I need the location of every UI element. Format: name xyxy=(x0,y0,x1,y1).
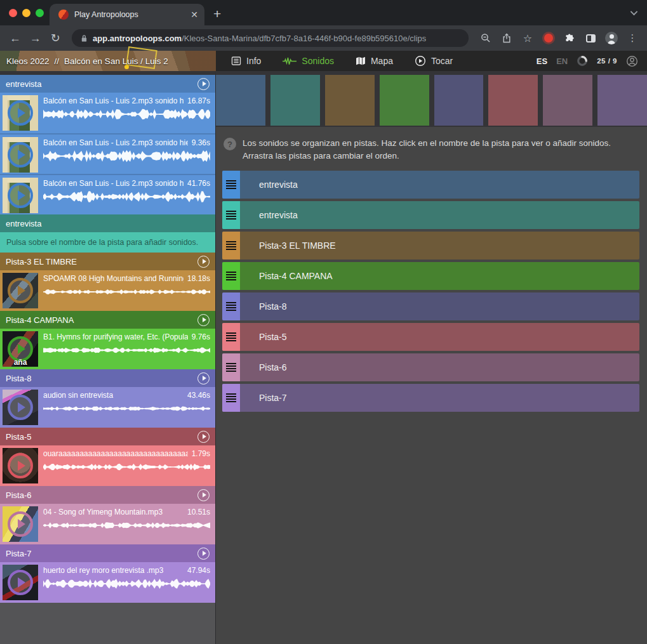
help-question-icon: ? xyxy=(223,138,236,150)
close-window-button[interactable] xyxy=(9,9,17,17)
audio-clip[interactable]: Balcón en San Luis - Luis 2.mp3 sonido h… xyxy=(0,93,215,133)
track-label[interactable]: Pista-8 xyxy=(240,292,639,320)
play-track-button[interactable] xyxy=(197,548,210,560)
clip-counter: 25 / 9 xyxy=(597,57,617,65)
track-header[interactable]: Pista-6 xyxy=(0,486,215,504)
zoom-window-button[interactable] xyxy=(36,9,44,17)
play-track-button[interactable] xyxy=(197,256,210,268)
track-header[interactable]: Pista-8 xyxy=(0,369,215,387)
app-nav: Info Sonidos Mapa Tocar xyxy=(216,51,537,71)
play-track-button[interactable] xyxy=(197,431,210,443)
clip-play-icon[interactable] xyxy=(8,278,33,303)
clip-thumbnail xyxy=(3,178,38,213)
tab-close-icon[interactable]: ✕ xyxy=(190,10,198,19)
track-row[interactable]: Pista-5 xyxy=(222,323,639,351)
forward-button[interactable]: → xyxy=(27,32,44,45)
side-panel-icon[interactable] xyxy=(582,30,599,46)
clip-waveform xyxy=(43,519,210,532)
track-header[interactable]: Pista-5 xyxy=(0,428,215,445)
track-label[interactable]: Pista-4 CAMPANA xyxy=(240,262,639,290)
audio-clip[interactable]: SPOAMR 08 High Mountains and Running ...… xyxy=(0,270,215,311)
tab-tocar[interactable]: Tocar xyxy=(415,55,453,67)
tab-info[interactable]: Info xyxy=(231,56,261,66)
track-row[interactable]: entrevista xyxy=(222,201,639,229)
reload-button[interactable]: ↻ xyxy=(46,31,64,45)
address-bar[interactable]: app.antropoloops.com/Kleos-Santa-Marina/… xyxy=(72,29,469,47)
clip-play-icon[interactable] xyxy=(8,183,33,208)
clip-title: SPOAMR 08 High Mountains and Running ... xyxy=(43,274,183,283)
clip-play-icon[interactable] xyxy=(8,395,33,420)
track-header[interactable]: Pista-7 xyxy=(0,544,215,562)
lang-es-button[interactable]: ES xyxy=(537,56,547,66)
track-label[interactable]: entrevista xyxy=(240,201,639,229)
audio-clip[interactable]: 04 - Song of Yimeng Mountain.mp3 10.51s xyxy=(0,504,215,544)
map-thumbnail[interactable]: Kleos 2022 // Balcón en San Luis / Luis … xyxy=(0,51,216,71)
play-track-button[interactable] xyxy=(197,489,210,501)
audio-clip[interactable]: audion sin entrevista 43.46s xyxy=(0,387,215,428)
audio-clip[interactable]: Balcón en San Luis - Luis 2.mp3 sonido h… xyxy=(0,174,215,214)
audio-clip[interactable]: huerto del rey moro entrevista .mp3 47.9… xyxy=(0,562,215,603)
track-header[interactable]: Pista-4 CAMPANA xyxy=(0,311,215,329)
clip-duration: 9.76s xyxy=(192,332,210,341)
tab-mapa[interactable]: Mapa xyxy=(356,56,393,66)
clip-play-icon[interactable] xyxy=(8,511,33,537)
bookmark-star-icon[interactable]: ☆ xyxy=(519,30,536,46)
track-color-swatch xyxy=(434,75,484,126)
drag-handle[interactable] xyxy=(222,323,240,351)
drag-handle[interactable] xyxy=(222,171,240,199)
track-row[interactable]: Pista-6 xyxy=(222,353,639,381)
play-track-button[interactable] xyxy=(197,78,210,90)
track-label[interactable]: Pista-3 EL TIMBRE xyxy=(240,232,639,260)
track-row[interactable]: Pista-3 EL TIMBRE xyxy=(222,232,639,260)
clip-play-icon[interactable] xyxy=(8,100,33,126)
tab-search-chevron-icon[interactable] xyxy=(630,8,637,15)
drag-handle[interactable] xyxy=(222,201,240,229)
track-label[interactable]: Pista-7 xyxy=(240,384,639,412)
track-label[interactable]: Pista-5 xyxy=(240,323,639,351)
audio-clip[interactable]: Balcón en San Luis - Luis 2.mp3 sonido h… xyxy=(0,133,215,174)
drag-handle[interactable] xyxy=(222,384,240,412)
drag-handle[interactable] xyxy=(222,292,240,320)
account-icon[interactable] xyxy=(626,55,638,67)
lang-en-button[interactable]: EN xyxy=(556,56,568,66)
browser-tab[interactable]: Play Antropoloops ✕ xyxy=(50,4,204,25)
track-row[interactable]: Pista-8 xyxy=(222,292,639,320)
audio-clip[interactable]: ouaraaaaaaaaaaaaaaaaaaaaaaaaaaaaaaaaaaaa… xyxy=(0,445,215,486)
profile-avatar-icon[interactable] xyxy=(603,30,620,46)
track-header[interactable]: Pista-3 EL TIMBRE xyxy=(0,253,215,270)
audio-clip[interactable]: aña B1. Hymns for purifying water, Etc. … xyxy=(0,329,215,369)
track-row[interactable]: Pista-4 CAMPANA xyxy=(222,262,639,290)
track-title: Pista-8 xyxy=(6,374,197,383)
minimize-window-button[interactable] xyxy=(22,9,30,17)
share-icon[interactable] xyxy=(498,30,515,46)
clip-thumbnail-text: aña xyxy=(3,358,38,367)
tab-sonidos[interactable]: Sonidos xyxy=(283,56,334,66)
track-header[interactable]: entrevista xyxy=(0,75,215,93)
track-row[interactable]: entrevista xyxy=(222,171,639,199)
clip-play-icon[interactable] xyxy=(8,570,33,595)
help-text: Los sonidos se organizan en pistas. Haz … xyxy=(243,137,630,162)
play-track-button[interactable] xyxy=(197,314,210,326)
drag-handle[interactable] xyxy=(222,353,240,381)
track-label[interactable]: Pista-6 xyxy=(240,353,639,381)
track-title: entrevista xyxy=(6,219,210,228)
drag-handle[interactable] xyxy=(222,262,240,290)
new-tab-button[interactable]: + xyxy=(213,6,221,22)
track-row[interactable]: Pista-7 xyxy=(222,384,639,412)
back-button[interactable]: ← xyxy=(6,32,24,45)
zoom-icon[interactable] xyxy=(477,30,494,46)
track-header[interactable]: entrevista xyxy=(0,214,215,232)
record-indicator-icon[interactable] xyxy=(540,30,557,46)
drag-handle[interactable] xyxy=(222,232,240,260)
browser-menu-icon[interactable]: ⋮ xyxy=(624,30,641,46)
track-label[interactable]: entrevista xyxy=(240,171,639,199)
clip-title: Balcón en San Luis - Luis 2.mp3 sonido h… xyxy=(43,96,183,105)
breadcrumb: Kleos 2022 // Balcón en San Luis / Luis … xyxy=(0,56,168,66)
clip-play-icon[interactable] xyxy=(8,142,33,168)
track-title: Pista-3 EL TIMBRE xyxy=(6,257,197,266)
play-track-button[interactable] xyxy=(197,372,210,384)
clip-play-icon[interactable] xyxy=(8,453,33,478)
extensions-puzzle-icon[interactable] xyxy=(561,30,578,46)
track-list: entrevista entrevista Pista-3 EL TIMBRE … xyxy=(222,171,639,412)
breadcrumb-project[interactable]: Kleos 2022 xyxy=(6,56,50,66)
